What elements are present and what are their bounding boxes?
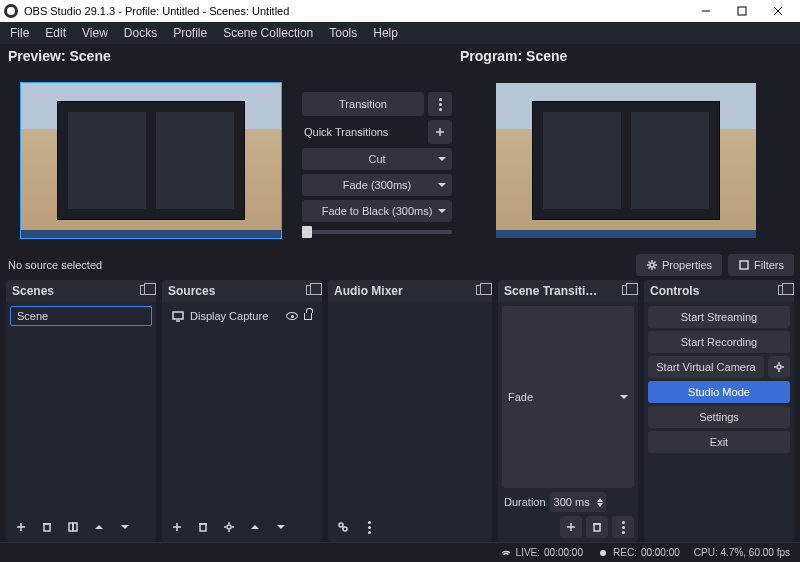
sources-title: Sources <box>168 284 215 298</box>
remove-source-button[interactable] <box>192 516 214 538</box>
move-source-up-button[interactable] <box>244 516 266 538</box>
visibility-toggle[interactable] <box>286 312 298 320</box>
window-titlebar: OBS Studio 29.1.3 - Profile: Untitled - … <box>0 0 800 22</box>
settings-button[interactable]: Settings <box>648 406 790 428</box>
window-title: OBS Studio 29.1.3 - Profile: Untitled - … <box>24 5 289 17</box>
maximize-button[interactable] <box>724 0 760 22</box>
svg-rect-18 <box>200 524 206 531</box>
mixer-menu-button[interactable] <box>358 516 380 538</box>
signal-icon <box>500 547 512 559</box>
svg-point-28 <box>600 550 606 556</box>
svg-rect-14 <box>173 312 183 319</box>
svg-point-21 <box>339 523 343 527</box>
obs-logo-icon <box>4 4 18 18</box>
quick-transition-fade-to-black[interactable]: Fade to Black (300ms) <box>302 200 452 222</box>
program-panel: Program: Scene <box>458 44 794 238</box>
display-icon <box>172 310 184 322</box>
popout-icon[interactable] <box>140 284 150 298</box>
transition-controls: Transition Quick Transitions Cut Fade (3… <box>302 44 452 238</box>
spin-down[interactable] <box>597 503 603 507</box>
minimize-button[interactable] <box>688 0 724 22</box>
spin-up[interactable] <box>597 498 603 502</box>
status-bar: LIVE: 00:00:00 REC: 00:00:00 CPU: 4.7%, … <box>0 542 800 562</box>
scene-item[interactable]: Scene <box>10 306 152 326</box>
advanced-audio-button[interactable] <box>332 516 354 538</box>
menu-view[interactable]: View <box>74 23 116 43</box>
source-properties-button[interactable] <box>218 516 240 538</box>
window-controls <box>688 0 796 22</box>
preview-area[interactable] <box>6 68 296 238</box>
svg-point-20 <box>227 525 231 529</box>
program-area[interactable] <box>458 68 794 238</box>
add-quick-transition-button[interactable] <box>428 120 452 144</box>
source-toolbar: No source selected Properties Filters <box>0 250 800 280</box>
popout-icon[interactable] <box>622 284 632 298</box>
add-source-button[interactable] <box>166 516 188 538</box>
move-scene-down-button[interactable] <box>114 516 136 538</box>
quick-transitions-label: Quick Transitions <box>302 122 424 142</box>
menu-scene-collection[interactable]: Scene Collection <box>215 23 321 43</box>
close-button[interactable] <box>760 0 796 22</box>
transition-properties-button[interactable] <box>612 516 634 538</box>
popout-icon[interactable] <box>476 284 486 298</box>
scene-transitions-dock: Scene Transiti… Fade Duration 300 ms <box>498 280 638 542</box>
svg-rect-10 <box>44 524 50 531</box>
scene-transitions-title: Scene Transiti… <box>504 284 597 298</box>
controls-title: Controls <box>650 284 699 298</box>
start-recording-button[interactable]: Start Recording <box>648 331 790 353</box>
svg-point-22 <box>343 527 347 531</box>
program-canvas <box>496 83 756 238</box>
source-item[interactable]: Display Capture <box>166 306 318 326</box>
transition-select[interactable]: Fade <box>502 306 634 488</box>
menu-edit[interactable]: Edit <box>37 23 74 43</box>
start-streaming-button[interactable]: Start Streaming <box>648 306 790 328</box>
add-scene-button[interactable] <box>10 516 32 538</box>
properties-button[interactable]: Properties <box>636 254 722 276</box>
duration-spinbox[interactable]: 300 ms <box>550 492 606 512</box>
menu-file[interactable]: File <box>2 23 37 43</box>
svg-rect-1 <box>738 7 746 15</box>
start-virtual-camera-button[interactable]: Start Virtual Camera <box>648 356 764 378</box>
add-transition-button[interactable] <box>560 516 582 538</box>
svg-point-27 <box>777 365 781 369</box>
gear-icon <box>646 259 658 271</box>
exit-button[interactable]: Exit <box>648 431 790 453</box>
studio-mode-button[interactable]: Studio Mode <box>648 381 790 403</box>
preview-canvas[interactable] <box>21 83 281 238</box>
scenes-title: Scenes <box>12 284 54 298</box>
svg-rect-7 <box>740 261 748 269</box>
remove-transition-button[interactable] <box>586 516 608 538</box>
menu-tools[interactable]: Tools <box>321 23 365 43</box>
popout-icon[interactable] <box>778 284 788 298</box>
transition-menu-button[interactable] <box>428 92 452 116</box>
mixer-title: Audio Mixer <box>334 284 403 298</box>
menu-docks[interactable]: Docks <box>116 23 165 43</box>
source-info-label: No source selected <box>6 259 102 271</box>
virtual-camera-settings-button[interactable] <box>768 356 790 378</box>
scenes-dock: Scenes Scene <box>6 280 156 542</box>
captured-window <box>57 101 245 220</box>
record-icon <box>597 547 609 559</box>
program-heading: Program: Scene <box>458 44 794 68</box>
controls-dock: Controls Start Streaming Start Recording… <box>644 280 794 542</box>
tbar-slider[interactable] <box>302 226 452 238</box>
menu-profile[interactable]: Profile <box>165 23 215 43</box>
filter-icon <box>738 259 750 271</box>
transition-button[interactable]: Transition <box>302 92 424 116</box>
lock-toggle[interactable] <box>304 313 312 320</box>
network-status: LIVE: 00:00:00 <box>500 547 583 559</box>
remove-scene-button[interactable] <box>36 516 58 538</box>
scene-filters-button[interactable] <box>62 516 84 538</box>
menu-bar: File Edit View Docks Profile Scene Colle… <box>0 22 800 44</box>
menu-help[interactable]: Help <box>365 23 406 43</box>
popout-icon[interactable] <box>306 284 316 298</box>
svg-rect-13 <box>73 523 77 531</box>
move-source-down-button[interactable] <box>270 516 292 538</box>
move-scene-up-button[interactable] <box>88 516 110 538</box>
quick-transition-fade[interactable]: Fade (300ms) <box>302 174 452 196</box>
preview-heading: Preview: Scene <box>6 44 296 68</box>
preview-panel: Preview: Scene <box>6 44 296 238</box>
audio-mixer-dock: Audio Mixer <box>328 280 492 542</box>
quick-transition-cut[interactable]: Cut <box>302 148 452 170</box>
filters-button[interactable]: Filters <box>728 254 794 276</box>
